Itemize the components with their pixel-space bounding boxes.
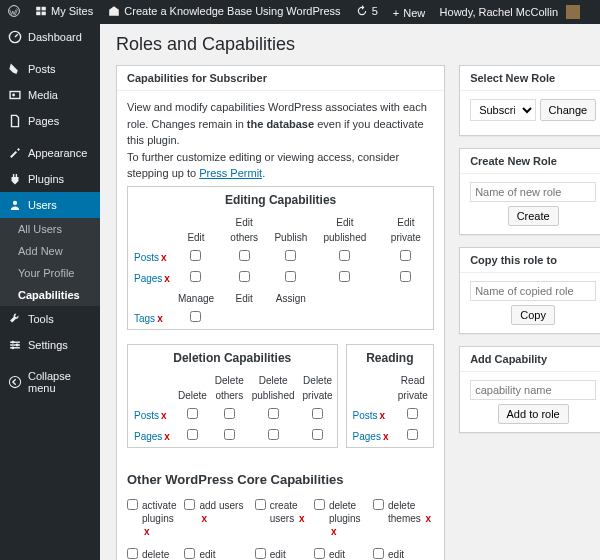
updates-link[interactable]: 5 (356, 5, 378, 17)
cap-item: delete plugins x (314, 499, 365, 538)
main-content: Roles and Capabilities Capabilities for … (100, 24, 600, 560)
svg-point-15 (9, 376, 20, 387)
menu-pages[interactable]: Pages (0, 108, 100, 134)
menu-users[interactable]: Users (0, 192, 100, 218)
cap-item: delete users x (127, 548, 176, 560)
menu-tools[interactable]: Tools (0, 306, 100, 332)
menu-posts[interactable]: Posts (0, 56, 100, 82)
cap-item: edit plugins x (314, 548, 365, 560)
svg-point-7 (12, 94, 15, 97)
cap-checkbox[interactable] (255, 548, 266, 559)
copy-role-box: Copy this role to Copy (459, 247, 600, 334)
cap-checkbox[interactable] (184, 499, 195, 510)
edit-posts-row: Postsx (128, 247, 433, 268)
collapse-menu[interactable]: Collapse menu (0, 364, 100, 400)
submenu-profile[interactable]: Your Profile (0, 262, 100, 284)
svg-point-12 (12, 341, 15, 344)
menu-dashboard[interactable]: Dashboard (0, 24, 100, 50)
intro-text: View and modify capabilities WordPress a… (127, 99, 434, 149)
create-role-box: Create New Role Create (459, 148, 600, 235)
change-button[interactable]: Change (540, 99, 597, 121)
reading-table: Reading Read private Postsx Pagesx (346, 344, 435, 448)
cap-checkbox[interactable] (255, 499, 266, 510)
box-heading: Capabilities for Subscriber (117, 66, 444, 91)
other-caps-section: Other WordPress Core Capabilities activa… (127, 470, 434, 561)
capability-input[interactable] (470, 380, 596, 400)
select-role-box: Select New Role Subscriber Change (459, 65, 600, 136)
copy-button[interactable]: Copy (511, 305, 555, 325)
svg-rect-3 (36, 12, 40, 16)
submenu-users: All Users Add New Your Profile Capabilit… (0, 218, 100, 306)
submenu-capabilities[interactable]: Capabilities (0, 284, 100, 306)
menu-appearance[interactable]: Appearance (0, 140, 100, 166)
role-select[interactable]: Subscriber (470, 99, 535, 121)
copy-role-input[interactable] (470, 281, 596, 301)
create-role-input[interactable] (470, 182, 596, 202)
site-name-link[interactable]: Create a Knowledge Base Using WordPress (108, 5, 340, 17)
svg-point-8 (13, 201, 17, 205)
cap-item: edit theme options x (373, 548, 434, 560)
svg-point-13 (16, 344, 19, 347)
menu-settings[interactable]: Settings (0, 332, 100, 358)
admin-menu: Dashboard Posts Media Pages Appearance P… (0, 24, 100, 560)
avatar (566, 5, 580, 19)
editing-table: Editing Capabilities EditEdit othersPubl… (127, 186, 434, 330)
tags-row: Tagsx (128, 308, 433, 329)
cap-checkbox[interactable] (127, 499, 138, 510)
cap-item: add users x (184, 499, 246, 538)
cap-checkbox[interactable] (184, 548, 195, 559)
capabilities-box: Capabilities for Subscriber View and mod… (116, 65, 445, 560)
svg-rect-2 (42, 7, 46, 11)
create-button[interactable]: Create (508, 206, 559, 226)
press-permit-link[interactable]: Press Permit (199, 167, 262, 179)
svg-rect-4 (42, 12, 46, 16)
add-to-role-button[interactable]: Add to role (498, 404, 569, 424)
cap-item: activate plugins x (127, 499, 176, 538)
cap-item: edit dashboard x (184, 548, 246, 560)
edit-pages-row: Pagesx (128, 268, 433, 289)
menu-media[interactable]: Media (0, 82, 100, 108)
cap-item: create users x (255, 499, 306, 538)
cap-item: edit files x (255, 548, 306, 560)
cap-checkbox[interactable] (373, 548, 384, 559)
admin-bar: My Sites Create a Knowledge Base Using W… (0, 0, 600, 24)
cap-checkbox[interactable] (314, 499, 325, 510)
cap-checkbox[interactable] (373, 499, 384, 510)
page-title: Roles and Capabilities (116, 34, 584, 55)
cap-checkbox[interactable] (127, 548, 138, 559)
new-link[interactable]: + New (393, 7, 425, 19)
menu-plugins[interactable]: Plugins (0, 166, 100, 192)
cap-checkbox[interactable] (314, 548, 325, 559)
manage-header-row: ManageEditAssign (128, 289, 433, 308)
my-sites-link[interactable]: My Sites (35, 5, 93, 17)
add-capability-box: Add Capability Add to role (459, 346, 600, 433)
deletion-table: Deletion Capabilities DeleteDelete other… (127, 344, 338, 448)
submenu-all-users[interactable]: All Users (0, 218, 100, 240)
howdy-link[interactable]: Howdy, Rachel McCollin (440, 5, 580, 19)
svg-point-14 (12, 346, 15, 349)
edit-header-row: EditEdit othersPublishEdit publishedEdit… (128, 213, 433, 247)
cap-item: delete themes x (373, 499, 434, 538)
submenu-add-new[interactable]: Add New (0, 240, 100, 262)
svg-rect-1 (36, 7, 40, 11)
wp-logo[interactable] (8, 5, 20, 17)
